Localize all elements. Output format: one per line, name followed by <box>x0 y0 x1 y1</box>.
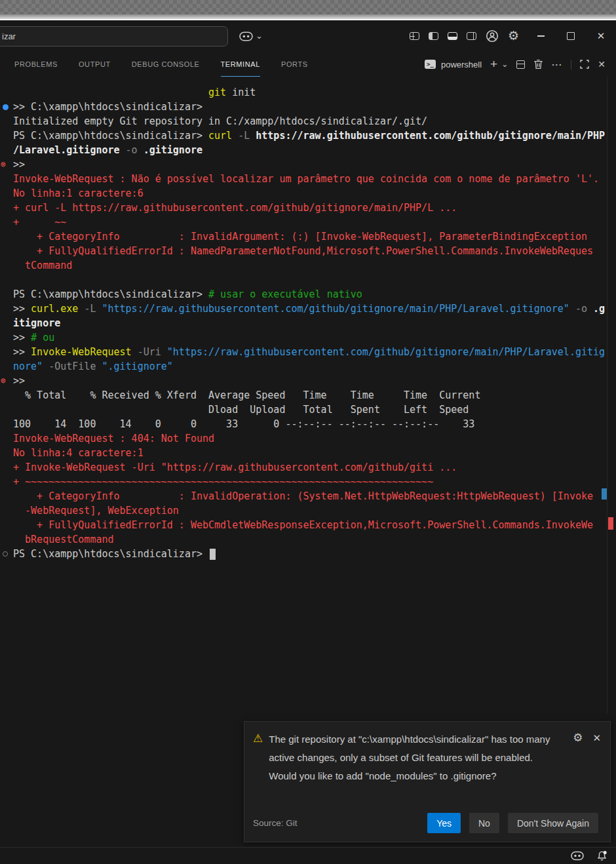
terminal-line: + curl -L https://raw.githubusercontent.… <box>0 201 607 215</box>
terminal-line: % Total % Received % Xferd Average Speed… <box>0 388 607 403</box>
terminal-line: itignore <box>0 316 607 330</box>
terminal-toolbar: >_ powershell + ⌄ ··· ✕ <box>425 59 616 69</box>
notification-source: Source: Git <box>253 818 298 828</box>
dont-show-again-button[interactable]: Don't Show Again <box>508 813 598 833</box>
titlebar: izar ⌄ ⚙ ✕ <box>0 20 616 52</box>
status-bar <box>0 847 616 864</box>
tab-output[interactable]: OUTPUT <box>79 52 111 77</box>
yes-button[interactable]: Yes <box>427 813 461 833</box>
copilot-icon <box>239 31 253 41</box>
tab-ports[interactable]: PORTS <box>281 52 308 77</box>
shell-label: powershell <box>441 60 482 69</box>
terminal-line: git init <box>0 85 607 100</box>
toggle-secondary-sidebar-icon[interactable] <box>467 32 476 40</box>
new-terminal-icon[interactable]: + <box>490 60 497 69</box>
copilot-menu-button[interactable]: ⌄ <box>239 31 263 41</box>
maximize-panel-icon[interactable] <box>580 60 589 69</box>
terminal-line: PS C:\xampp\htdocs\sindicalizar> curl -L… <box>0 128 607 143</box>
account-icon[interactable] <box>486 29 499 43</box>
terminal-line: PS C:\xampp\htdocs\sindicalizar> # usar … <box>0 287 607 302</box>
terminal-line: No linha:4 caractere:1 <box>0 446 607 460</box>
maximize-icon <box>567 32 575 40</box>
minimize-icon <box>537 35 545 36</box>
command-error-decoration-icon[interactable]: ⊗ <box>1 374 6 388</box>
terminal-line: >> # ou <box>0 330 607 345</box>
customize-layout-icon[interactable] <box>410 32 419 40</box>
chevron-down-icon: ⌄ <box>256 33 263 39</box>
notification-message: The git repository at "c:\xampp\htdocs\s… <box>269 730 553 785</box>
window-frame-edge <box>0 14 616 19</box>
terminal-line <box>0 273 607 287</box>
command-center-text: izar <box>2 31 16 41</box>
notification-settings-gear-icon[interactable]: ⚙ <box>573 732 583 744</box>
toggle-primary-sidebar-icon[interactable] <box>429 32 438 40</box>
terminal-line: + CategoryInfo : InvalidArgument: (:) [I… <box>0 229 607 244</box>
terminal-line: Invoke-WebRequest : Não é possível local… <box>0 172 607 186</box>
terminal-line: + ~~~~~~~~~~~~~~~~~~~~~~~~~~~~~~~~~~~~~~… <box>0 475 607 489</box>
terminal-line: ⊗>> <box>0 374 607 388</box>
maximize-button[interactable] <box>556 20 586 52</box>
tab-terminal[interactable]: TERMINAL <box>221 52 260 77</box>
terminal-line: Invoke-WebRequest : 404: Not Found <box>0 431 607 446</box>
notifications-bell-icon[interactable] <box>596 850 607 861</box>
terminal-content[interactable]: git init>> C:\xampp\htdocs\sindicalizar>… <box>0 77 607 715</box>
vscode-window: izar ⌄ ⚙ ✕ <box>0 0 616 864</box>
terminal-line: 100 14 100 14 0 0 33 0 --:--:-- --:--:--… <box>0 417 607 431</box>
command-pending-decoration-icon[interactable] <box>3 551 8 557</box>
toolbar-separator <box>571 60 571 69</box>
terminal-line: Dload Upload Total Spent Left Speed <box>0 403 607 417</box>
terminal-line: /Laravel.gitignore -o .gitignore <box>0 143 607 157</box>
launch-profile-chevron-icon[interactable]: ⌄ <box>501 60 508 69</box>
notification-footer: Source: Git Yes No Don't Show Again <box>244 804 610 842</box>
terminal-line: tCommand <box>0 258 607 273</box>
tab-debug-console[interactable]: DEBUG CONSOLE <box>132 52 200 77</box>
warning-icon: ⚠ <box>253 730 263 785</box>
transparent-checker-strip <box>0 0 616 14</box>
copilot-status-icon[interactable] <box>571 851 584 861</box>
terminal-line: >> curl.exe -L "https://raw.githubuserco… <box>0 302 607 316</box>
no-button[interactable]: No <box>469 813 499 833</box>
terminal-line: + FullyQualifiedErrorId : NamedParameter… <box>0 244 607 258</box>
terminal-line: bRequestCommand <box>0 532 607 547</box>
panel-header: PROBLEMS OUTPUT DEBUG CONSOLE TERMINAL P… <box>0 52 616 77</box>
powershell-terminal-icon: >_ <box>425 60 436 69</box>
close-window-button[interactable]: ✕ <box>586 20 616 52</box>
close-icon: ✕ <box>597 30 606 42</box>
kill-terminal-icon[interactable] <box>533 59 543 69</box>
command-error-decoration-icon[interactable]: ⊗ <box>1 157 6 172</box>
terminal-line: >> Invoke-WebRequest -Uri "https://raw.g… <box>0 345 607 359</box>
overview-ruler-error-decoration[interactable] <box>608 517 613 530</box>
terminal-line: >> C:\xampp\htdocs\sindicalizar> <box>0 100 607 114</box>
panel-right-border <box>607 77 607 715</box>
terminal-line: No linha:1 caractere:6 <box>0 186 607 201</box>
terminal-line: PS C:\xampp\htdocs\sindicalizar> <box>0 547 607 561</box>
settings-gear-icon[interactable]: ⚙ <box>508 30 519 42</box>
terminal-line: Initialized empty Git repository in C:/x… <box>0 114 607 128</box>
terminal-line: + Invoke-WebRequest -Uri "https://raw.gi… <box>0 460 607 475</box>
more-actions-icon[interactable]: ··· <box>552 60 562 69</box>
command-run-decoration-icon[interactable] <box>3 104 9 110</box>
terminal-line: + FullyQualifiedErrorId : WebCmdletWebRe… <box>0 518 607 532</box>
terminal-line: ⊗>> <box>0 157 607 172</box>
panel-tabs: PROBLEMS OUTPUT DEBUG CONSOLE TERMINAL P… <box>0 52 308 77</box>
terminal-line: + CategoryInfo : InvalidOperation: (Syst… <box>0 489 607 503</box>
command-center-search[interactable]: izar <box>0 26 228 47</box>
minimize-button[interactable] <box>526 20 556 52</box>
close-panel-icon[interactable]: ✕ <box>598 59 606 69</box>
terminal-cursor <box>210 549 216 560</box>
terminal-line: -WebRequest], WebException <box>0 503 607 518</box>
tab-problems[interactable]: PROBLEMS <box>14 52 58 77</box>
split-terminal-icon[interactable] <box>516 60 525 69</box>
terminal-line: nore" -OutFile ".gitignore" <box>0 359 607 374</box>
toggle-panel-icon[interactable] <box>448 32 457 40</box>
close-notification-icon[interactable]: ✕ <box>592 732 601 744</box>
notification-toast: ⚠ The git repository at "c:\xampp\htdocs… <box>244 721 611 842</box>
terminal-line: + ~~ <box>0 215 607 229</box>
scrollbar-command-decoration[interactable] <box>602 488 607 500</box>
